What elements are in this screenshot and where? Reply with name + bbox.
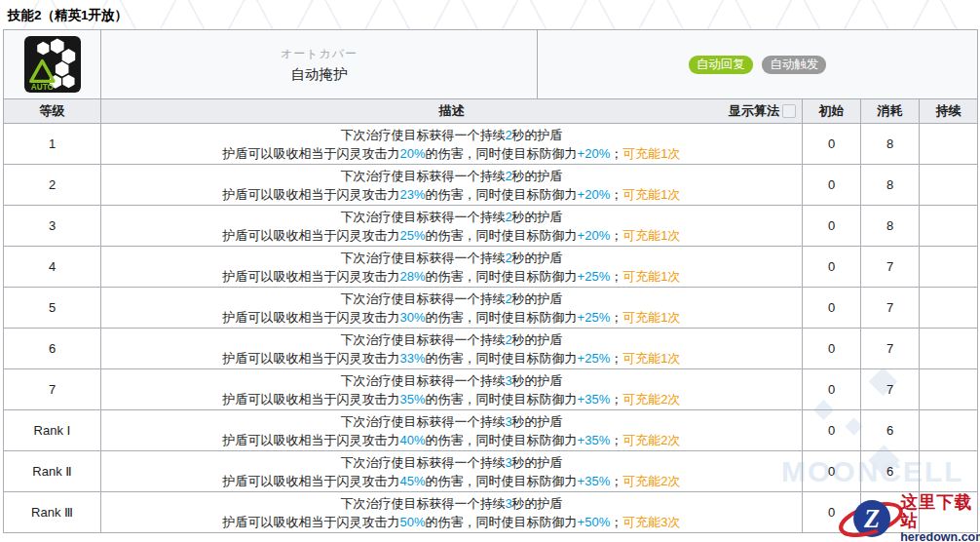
cost-value: 6: [886, 423, 893, 438]
description-cell: 下次治疗使目标获得一个持续3秒的护盾 护盾可以吸收相当于闪灵攻击力50%的伤害，…: [101, 492, 803, 533]
level-cell: 1: [4, 124, 101, 165]
level-cell: Rank Ⅰ: [4, 410, 101, 451]
table-row: 1 下次治疗使目标获得一个持续2秒的护盾 护盾可以吸收相当于闪灵攻击力20%的伤…: [4, 124, 978, 165]
initial-cell: 0: [803, 124, 861, 165]
cost-cell: 8: [861, 206, 920, 247]
level-cell: 3: [4, 206, 101, 247]
description-line1: 下次治疗使目标获得一个持续3秒的护盾: [103, 494, 800, 513]
header-description-label: 描述: [439, 103, 465, 118]
header-duration: 持续: [920, 99, 978, 124]
cost-value: 7: [886, 382, 893, 397]
skill-levels-table: 等级 描述 显示算法 初始 消耗 持续 1 下次治疗使目标获得一个持续2秒的护盾…: [3, 98, 978, 533]
description-cell: 下次治疗使目标获得一个持续2秒的护盾 护盾可以吸收相当于闪灵攻击力23%的伤害，…: [101, 165, 803, 206]
table-row: 7 下次治疗使目标获得一个持续3秒的护盾 护盾可以吸收相当于闪灵攻击力35%的伤…: [4, 369, 978, 410]
level-cell: 5: [4, 288, 101, 329]
initial-cell: 0: [803, 329, 861, 369]
description-cell: 下次治疗使目标获得一个持续2秒的护盾 护盾可以吸收相当于闪灵攻击力28%的伤害，…: [101, 247, 803, 288]
level-label: 7: [49, 382, 56, 397]
description-line2: 护盾可以吸收相当于闪灵攻击力30%的伤害，同时使目标防御力+25%；可充能1次: [103, 308, 800, 327]
tag-auto-trigger: 自动触发: [762, 56, 826, 74]
description-cell: 下次治疗使目标获得一个持续3秒的护盾 护盾可以吸收相当于闪灵攻击力35%的伤害，…: [101, 369, 803, 410]
level-label: Rank Ⅲ: [31, 505, 73, 520]
cost-value: 6: [886, 464, 893, 479]
show-algorithm-checkbox[interactable]: [782, 104, 796, 118]
header-initial: 初始: [803, 99, 861, 124]
description-line2: 护盾可以吸收相当于闪灵攻击力35%的伤害，同时使目标防御力+35%；可充能2次: [103, 390, 800, 408]
skill-icon-cell: AUTO: [4, 30, 101, 99]
duration-cell: [920, 410, 978, 451]
skill-name-jp: オートカバー: [102, 46, 536, 62]
table-row: 6 下次治疗使目标获得一个持续2秒的护盾 护盾可以吸收相当于闪灵攻击力33%的伤…: [4, 329, 978, 369]
level-label: 4: [49, 259, 56, 274]
cost-cell: 7: [861, 247, 920, 288]
initial-value: 0: [828, 341, 835, 356]
level-label: Rank Ⅱ: [32, 464, 71, 479]
level-label: 1: [49, 136, 56, 151]
table-row: 3 下次治疗使目标获得一个持续2秒的护盾 护盾可以吸收相当于闪灵攻击力25%的伤…: [4, 206, 978, 247]
page-title: 技能2（精英1开放）: [8, 7, 128, 24]
level-label: 5: [49, 300, 56, 315]
background-texture: [0, 0, 980, 29]
table-row: Rank Ⅰ 下次治疗使目标获得一个持续3秒的护盾 护盾可以吸收相当于闪灵攻击力…: [4, 410, 978, 451]
cost-value: 7: [886, 259, 893, 274]
site-name: 这里下载站: [900, 493, 980, 530]
duration-cell: [920, 206, 978, 247]
level-label: 3: [49, 218, 56, 233]
initial-value: 0: [828, 423, 835, 438]
level-cell: 4: [4, 247, 101, 288]
cost-cell: 8: [861, 165, 920, 206]
skill-panel: AUTO オートカバー 自动掩护 自动回复 自动触发 等级 描述: [3, 29, 977, 533]
duration-cell: [920, 369, 978, 410]
description-line1: 下次治疗使目标获得一个持续2秒的护盾: [103, 208, 800, 226]
duration-cell: [920, 329, 978, 369]
initial-cell: 0: [803, 206, 861, 247]
cost-value: 8: [886, 136, 893, 151]
description-line2: 护盾可以吸收相当于闪灵攻击力20%的伤害，同时使目标防御力+20%；可充能1次: [103, 144, 800, 163]
auto-skill-icon: AUTO: [24, 36, 81, 93]
description-line1: 下次治疗使目标获得一个持续2秒的护盾: [103, 126, 800, 144]
svg-text:Z: Z: [863, 505, 880, 533]
cost-cell: 8: [861, 124, 920, 165]
site-domain: heredown.com: [900, 530, 980, 542]
description-line1: 下次治疗使目标获得一个持续2秒的护盾: [103, 249, 800, 267]
description-line2: 护盾可以吸收相当于闪灵攻击力23%的伤害，同时使目标防御力+20%；可充能1次: [103, 185, 800, 204]
description-line1: 下次治疗使目标获得一个持续3秒的护盾: [103, 371, 800, 390]
show-algorithm-label: 显示算法: [729, 102, 779, 120]
skill-icon-art: AUTO: [24, 36, 81, 93]
header-description: 描述 显示算法: [101, 99, 803, 124]
cost-cell: 7: [861, 369, 920, 410]
initial-value: 0: [828, 259, 835, 274]
level-cell: Rank Ⅱ: [4, 451, 101, 492]
description-cell: 下次治疗使目标获得一个持续2秒的护盾 护盾可以吸收相当于闪灵攻击力25%的伤害，…: [101, 206, 803, 247]
cost-cell: 7: [861, 288, 920, 329]
cost-value: 8: [886, 218, 893, 233]
initial-value: 0: [828, 505, 835, 520]
description-line2: 护盾可以吸收相当于闪灵攻击力50%的伤害，同时使目标防御力+50%；可充能3次: [103, 513, 800, 531]
duration-cell: [920, 247, 978, 288]
skill-name-cn: 自动掩护: [102, 65, 536, 84]
show-algorithm-toggle[interactable]: 显示算法: [729, 102, 796, 120]
initial-cell: 0: [803, 369, 861, 410]
initial-cell: 0: [803, 410, 861, 451]
initial-cell: 0: [803, 165, 861, 206]
level-label: 6: [49, 341, 56, 356]
description-line1: 下次治疗使目标获得一个持续2秒的护盾: [103, 290, 800, 308]
table-row: 4 下次治疗使目标获得一个持续2秒的护盾 护盾可以吸收相当于闪灵攻击力28%的伤…: [4, 247, 978, 288]
cost-cell: 7: [861, 329, 920, 369]
description-line2: 护盾可以吸收相当于闪灵攻击力33%的伤害，同时使目标防御力+25%；可充能1次: [103, 349, 800, 368]
skill-table-body: 1 下次治疗使目标获得一个持续2秒的护盾 护盾可以吸收相当于闪灵攻击力20%的伤…: [4, 124, 978, 533]
header-level: 等级: [4, 99, 101, 124]
duration-cell: [920, 165, 978, 206]
table-header-row: 等级 描述 显示算法 初始 消耗 持续: [4, 99, 978, 124]
skill-name-cell: オートカバー 自动掩护: [101, 30, 538, 99]
header-cost: 消耗: [861, 99, 920, 124]
duration-cell: [920, 451, 978, 492]
description-line1: 下次治疗使目标获得一个持续2秒的护盾: [103, 330, 800, 349]
skill-info-table: AUTO オートカバー 自动掩护 自动回复 自动触发: [3, 29, 978, 99]
table-row: 5 下次治疗使目标获得一个持续2秒的护盾 护盾可以吸收相当于闪灵攻击力30%的伤…: [4, 288, 978, 329]
tag-auto-recovery: 自动回复: [689, 56, 753, 74]
initial-value: 0: [828, 136, 835, 151]
description-line1: 下次治疗使目标获得一个持续3秒的护盾: [103, 412, 800, 431]
skill-tags-cell: 自动回复 自动触发: [538, 30, 978, 99]
table-row: 2 下次治疗使目标获得一个持续2秒的护盾 护盾可以吸收相当于闪灵攻击力23%的伤…: [4, 165, 978, 206]
